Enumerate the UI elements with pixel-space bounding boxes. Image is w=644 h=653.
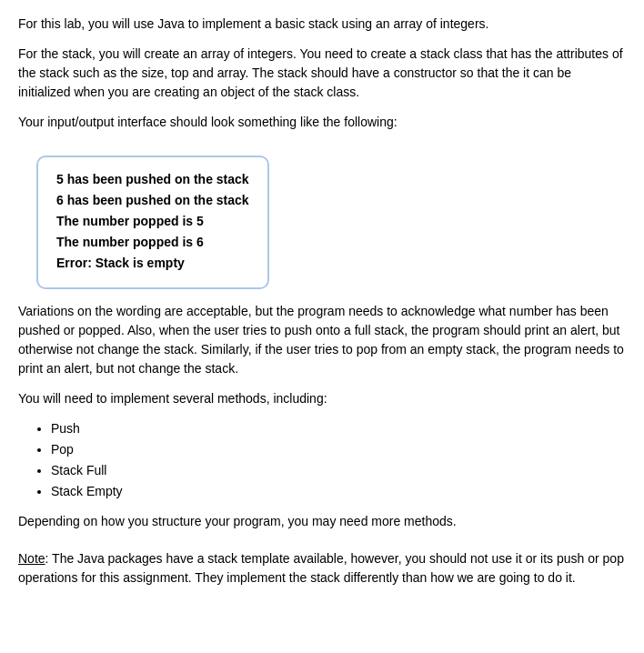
note-label: Note: [18, 551, 45, 566]
list-item: Pop: [51, 440, 626, 459]
variations-paragraph: Variations on the wording are acceptable…: [18, 302, 626, 378]
note-text: : The Java packages have a stack templat…: [18, 551, 624, 585]
intro-paragraph-3: Your input/output interface should look …: [18, 113, 626, 132]
methods-list: Push Pop Stack Full Stack Empty: [51, 419, 626, 501]
content-area: For this lab, you will use Java to imple…: [18, 15, 626, 588]
code-line-1: 5 has been pushed on the stack: [56, 170, 249, 189]
depending-paragraph: Depending on how you structure your prog…: [18, 512, 626, 531]
code-line-2: 6 has been pushed on the stack: [56, 191, 249, 210]
code-line-3: The number popped is 5: [56, 212, 249, 231]
code-line-4: The number popped is 6: [56, 233, 249, 252]
list-item: Push: [51, 419, 626, 438]
code-example-box: 5 has been pushed on the stack 6 has bee…: [36, 156, 269, 289]
intro-paragraph-1: For this lab, you will use Java to imple…: [18, 15, 626, 34]
intro-paragraph-2: For the stack, you will create an array …: [18, 45, 626, 102]
list-item: Stack Full: [51, 461, 626, 480]
code-line-5: Error: Stack is empty: [56, 254, 249, 273]
list-item: Stack Empty: [51, 482, 626, 501]
methods-intro: You will need to implement several metho…: [18, 389, 626, 408]
note-section: Note: The Java packages have a stack tem…: [18, 549, 626, 588]
note-paragraph: Note: The Java packages have a stack tem…: [18, 549, 626, 588]
